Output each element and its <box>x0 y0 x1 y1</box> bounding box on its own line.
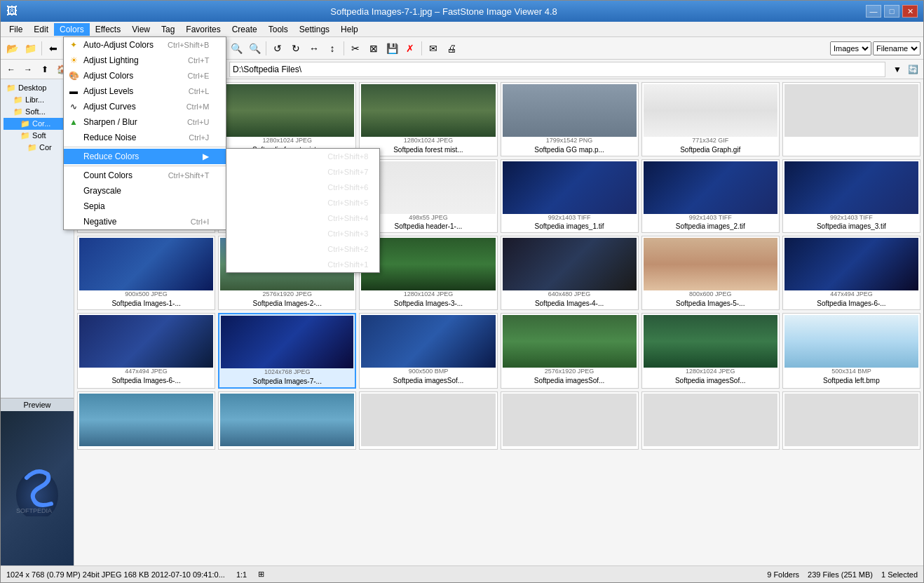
menu-count-colors[interactable]: Count Colors Ctrl+Shift+T <box>64 168 226 183</box>
menu-reduce-colors[interactable]: Reduce Colors ▶ 256 Colors (8bit) Ctrl+S… <box>64 149 226 164</box>
menu-help[interactable]: Help <box>335 23 364 36</box>
main-window: 🖼 Softpedia Images-7-1.jpg – FastStone I… <box>0 0 924 583</box>
submenu-4colors[interactable]: 4 Colors (2bit) Ctrl+Shift+2 <box>226 241 379 257</box>
thumbnail-item-19[interactable]: 1024x768 JPEGSoftpedia Images-7-... <box>218 313 356 389</box>
thumb-image-9 <box>503 161 637 214</box>
tb-resize[interactable]: ⊠ <box>365 40 382 57</box>
thumbnail-item-5[interactable] <box>782 82 920 156</box>
thumbnail-item-26[interactable] <box>359 391 497 450</box>
tree-item-soft[interactable]: 📁 Soft... <box>4 106 71 118</box>
menu-create[interactable]: Create <box>226 23 263 36</box>
sepia-icon <box>68 201 79 212</box>
address-bar[interactable]: D:\Softpedia Files\ <box>229 62 885 77</box>
menu-grayscale[interactable]: Grayscale <box>64 183 226 199</box>
nav-up[interactable]: ⬆ <box>37 62 53 77</box>
thumb-image-23 <box>784 315 918 368</box>
tb-fliph[interactable]: ↔ <box>306 40 322 57</box>
tree-item-soft2[interactable]: 📁 Soft <box>4 130 71 142</box>
thumbnail-item-29[interactable] <box>782 391 920 450</box>
tb-open[interactable]: 📂 <box>4 40 20 57</box>
submenu-8colors[interactable]: 8 Colors (3bit) Ctrl+Shift+3 <box>226 226 379 241</box>
submenu-16colors[interactable]: 16 Colors (4bit) Ctrl+Shift+4 <box>226 210 379 226</box>
thumbnail-item-18[interactable]: 447x494 JPEGSoftpedia Images-6-... <box>77 313 215 389</box>
maximize-button[interactable]: □ <box>884 5 899 18</box>
menu-auto-adjust-colors[interactable]: ✦ Auto-Adjust Colors Ctrl+Shift+B <box>64 37 226 53</box>
tree-item-libr[interactable]: 📁 Libr... <box>4 94 71 106</box>
tree-item-cor2[interactable]: 📁 Cor <box>4 142 71 154</box>
menu-adjust-levels[interactable]: ▬ Adjust Levels Ctrl+L <box>64 83 226 99</box>
thumbnail-item-24[interactable] <box>77 391 215 450</box>
menu-file[interactable]: File <box>4 23 28 36</box>
menu-view[interactable]: View <box>126 23 156 36</box>
thumbnail-item-9[interactable]: 992x1403 TIFFSoftpedia images_1.tif <box>501 159 639 234</box>
menu-adjust-curves[interactable]: ∿ Adjust Curves Ctrl+M <box>64 99 226 114</box>
menu-adjust-lighting[interactable]: ☀ Adjust Lighting Ctrl+T <box>64 53 226 68</box>
thumbnail-item-21[interactable]: 2576x1920 JPEGSoftpedia imagesSof... <box>501 313 639 389</box>
thumb-image-12 <box>79 238 213 290</box>
tree-item-desktop[interactable]: 📁 Desktop <box>4 82 71 94</box>
adjust-curves-label: Adjust Curves <box>83 102 136 112</box>
menu-sepia[interactable]: Sepia <box>64 199 226 214</box>
thumbnail-item-17[interactable]: 447x494 JPEGSoftpedia Images-6-... <box>782 236 920 310</box>
tree-item-cor[interactable]: 📁 Cor... <box>4 118 71 130</box>
submenu-2colors[interactable]: 2 Colors (1bit) Ctrl+Shift+1 <box>226 257 379 272</box>
thumbnail-item-12[interactable]: 900x500 JPEGSoftpedia Images-1-... <box>77 236 215 310</box>
close-button[interactable]: ✕ <box>902 5 918 18</box>
submenu-8-label: 8 Colors (3bit) <box>238 229 290 239</box>
menu-edit[interactable]: Edit <box>28 23 54 36</box>
thumb-image-19 <box>221 316 353 368</box>
tb-rotr[interactable]: ↻ <box>287 40 304 57</box>
tb-flipv[interactable]: ↕ <box>324 40 341 57</box>
tb-save[interactable]: 💾 <box>383 40 400 57</box>
submenu-32colors[interactable]: 32 Colors (5bit) Ctrl+Shift+5 <box>226 195 379 210</box>
thumbnail-item-20[interactable]: 900x500 BMPSoftpedia imagesSof... <box>359 313 497 389</box>
tb-rotl[interactable]: ↺ <box>269 40 286 57</box>
tb-delete[interactable]: ✗ <box>402 40 419 57</box>
nav-refresh[interactable]: 🔄 <box>905 62 920 77</box>
thumbnail-item-23[interactable]: 500x314 BMPSoftpedia left.bmp <box>782 313 920 389</box>
menu-settings[interactable]: Settings <box>294 23 335 36</box>
thumbnail-item-11[interactable]: 992x1403 TIFFSoftpedia images_3.tif <box>782 159 920 234</box>
thumbnail-item-10[interactable]: 992x1403 TIFFSoftpedia images_2.tif <box>641 159 780 234</box>
nav-back[interactable]: ← <box>4 62 19 77</box>
thumb-image-17 <box>784 238 918 290</box>
minimize-button[interactable]: — <box>866 5 881 18</box>
tb-folder[interactable]: 📁 <box>22 40 39 57</box>
sharpen-blur-icon: ▲ <box>68 116 79 128</box>
images-filter-select[interactable]: Images <box>830 41 871 55</box>
menu-colors[interactable]: Colors <box>54 23 90 36</box>
menu-tools[interactable]: Tools <box>263 23 294 36</box>
menu-tag[interactable]: Tag <box>156 23 180 36</box>
menu-reduce-noise[interactable]: Reduce Noise Ctrl+J <box>64 130 226 145</box>
thumbnail-item-28[interactable] <box>641 391 780 450</box>
nav-address-go[interactable]: ▼ <box>890 62 905 77</box>
menu-favorites[interactable]: Favorites <box>180 23 226 36</box>
thumbnail-item-25[interactable] <box>218 391 356 450</box>
thumbnail-item-15[interactable]: 640x480 JPEGSoftpedia Images-4-... <box>501 236 639 310</box>
thumbnail-item-16[interactable]: 800x600 JPEGSoftpedia Images-5-... <box>641 236 780 310</box>
thumb-name-3: Softpedia GG map.p... <box>503 145 637 154</box>
thumbnail-item-27[interactable] <box>501 391 639 450</box>
tb-crop[interactable]: ✂ <box>347 40 364 57</box>
thumb-name-18: Softpedia Images-6-... <box>79 376 213 385</box>
thumbnail-item-4[interactable]: 771x342 GIFSoftpedia Graph.gif <box>641 82 780 156</box>
menu-sharpen-blur[interactable]: ▲ Sharpen / Blur Ctrl+U <box>64 114 226 130</box>
tb-prev[interactable]: ⬅ <box>45 40 62 57</box>
menu-negative[interactable]: Negative Ctrl+I <box>64 214 226 229</box>
tb-email[interactable]: ✉ <box>425 40 442 57</box>
thumbnail-item-3[interactable]: 1799x1542 PNGSoftpedia GG map.p... <box>501 82 639 156</box>
thumbnail-item-1[interactable]: 1280x1024 JPEGSoftpedia forest mist... <box>218 82 356 156</box>
nav-forward[interactable]: → <box>20 62 36 77</box>
submenu-64colors[interactable]: 64 Colors (6bit) Ctrl+Shift+6 <box>226 180 379 195</box>
thumbnail-item-22[interactable]: 1280x1024 JPEGSoftpedia imagesSof... <box>641 313 780 389</box>
submenu-256colors[interactable]: 256 Colors (8bit) Ctrl+Shift+8 <box>226 149 379 164</box>
tb-print[interactable]: 🖨 <box>443 40 460 57</box>
menu-adjust-colors[interactable]: 🎨 Adjust Colors Ctrl+E <box>64 68 226 83</box>
tb-zoomout[interactable]: 🔍 <box>246 40 263 57</box>
menu-effects[interactable]: Effects <box>90 23 126 36</box>
thumb-image-26 <box>361 394 495 446</box>
tb-zoomin[interactable]: 🔍 <box>228 40 245 57</box>
filename-sort-select[interactable]: Filename <box>873 41 920 55</box>
thumbnail-item-2[interactable]: 1280x1024 JPEGSoftpedia forest mist... <box>359 82 497 156</box>
submenu-128colors[interactable]: 128 Colors (7bit) Ctrl+Shift+7 <box>226 164 379 180</box>
